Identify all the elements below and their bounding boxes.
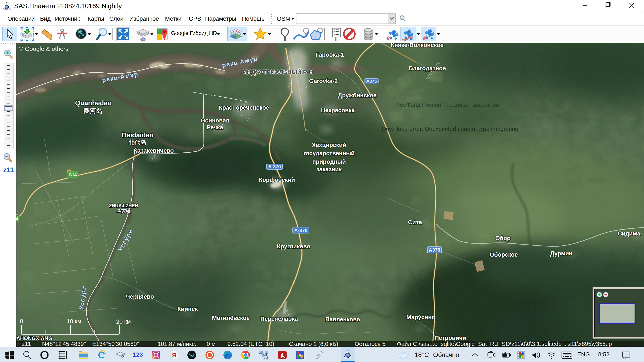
svg-text:заказник: заказник bbox=[316, 166, 342, 173]
svg-text:Черняево: Черняево bbox=[126, 293, 154, 300]
svg-text:Оборское: Оборское bbox=[490, 251, 518, 258]
svg-text:乌苏镇: 乌苏镇 bbox=[116, 209, 130, 214]
svg-text:AHONGXIANG: AHONGXIANG bbox=[16, 335, 52, 341]
svg-text:Обор: Обор bbox=[495, 235, 510, 241]
svg-text:Благодатное: Благодатное bbox=[409, 65, 446, 71]
svg-text:Quanhedao: Quanhedao bbox=[75, 99, 112, 107]
svg-text:圈河岛: 圈河岛 bbox=[84, 107, 102, 114]
svg-text:Мару́сино: Мару́сино bbox=[406, 314, 435, 320]
svg-text:А375: А375 bbox=[366, 79, 377, 84]
svg-text:Петровичи: Петровичи bbox=[435, 335, 466, 341]
svg-text:государственный: государственный bbox=[304, 150, 354, 156]
svg-text:Краснореченское: Краснореченское bbox=[219, 104, 269, 111]
svg-text:А-370: А-370 bbox=[268, 164, 281, 169]
svg-text:Си́та: Си́та bbox=[408, 219, 422, 225]
svg-text:природный: природный bbox=[312, 158, 346, 165]
svg-text:Казакевичево: Казакевичево bbox=[134, 147, 174, 154]
svg-text:Киинск: Киинск bbox=[177, 306, 198, 312]
svg-text:10 км: 10 км bbox=[66, 318, 81, 324]
svg-text:Осиновая: Осиновая bbox=[201, 117, 229, 124]
svg-text:Хехцирский: Хехцирский bbox=[312, 142, 346, 148]
svg-text:Кругликово: Кругликово bbox=[277, 243, 310, 250]
svg-text:ИНДУСТРИАЛЬНЫЙ Р-Н: ИНДУСТРИАЛЬНЫЙ Р-Н bbox=[243, 69, 313, 75]
svg-text:4: 4 bbox=[16, 216, 18, 221]
svg-text:北代岛: 北代岛 bbox=[128, 139, 146, 146]
svg-text:ZHUAJIZHEN: ZHUAJIZHEN bbox=[109, 203, 138, 208]
svg-text:Beidaidao: Beidaidao bbox=[122, 131, 154, 139]
svg-text:Князе-Волконское: Князе-Волконское bbox=[391, 43, 444, 48]
svg-text:Garovka-2: Garovka-2 bbox=[309, 78, 338, 84]
svg-text:Я: Я bbox=[172, 352, 176, 359]
svg-text:Download error: Unexpected con: Download error: Unexpected content type … bbox=[382, 126, 518, 132]
svg-text:А375: А375 bbox=[429, 247, 440, 253]
svg-text:Речка: Речка bbox=[207, 124, 223, 130]
svg-text:S14: S14 bbox=[69, 172, 77, 177]
svg-text:Могилёвское: Могилёвское bbox=[212, 315, 250, 321]
svg-text:© Google & others: © Google & others bbox=[19, 45, 68, 52]
svg-text:Переяславка: Переяславка bbox=[260, 316, 298, 322]
svg-text:20 км: 20 км bbox=[116, 318, 131, 325]
svg-text:Корфовский: Корфовский bbox=[259, 177, 295, 183]
svg-text:Некрасовка: Некрасовка bbox=[321, 107, 355, 113]
svg-text:А-370: А-370 bbox=[294, 228, 307, 233]
svg-text:Гаровка-1: Гаровка-1 bbox=[316, 51, 344, 58]
svg-text:Павленково: Павленково bbox=[325, 316, 360, 323]
svg-text:Дурмин: Дурмин bbox=[550, 250, 572, 257]
svg-text:Сидима: Сидима bbox=[618, 230, 640, 237]
svg-text:Дру́жбинское: Дру́жбинское bbox=[338, 92, 376, 98]
svg-text:0: 0 bbox=[20, 318, 23, 324]
svg-text:ЛесФонд России - Границы кварт: ЛесФонд России - Границы кварталов bbox=[396, 102, 499, 108]
